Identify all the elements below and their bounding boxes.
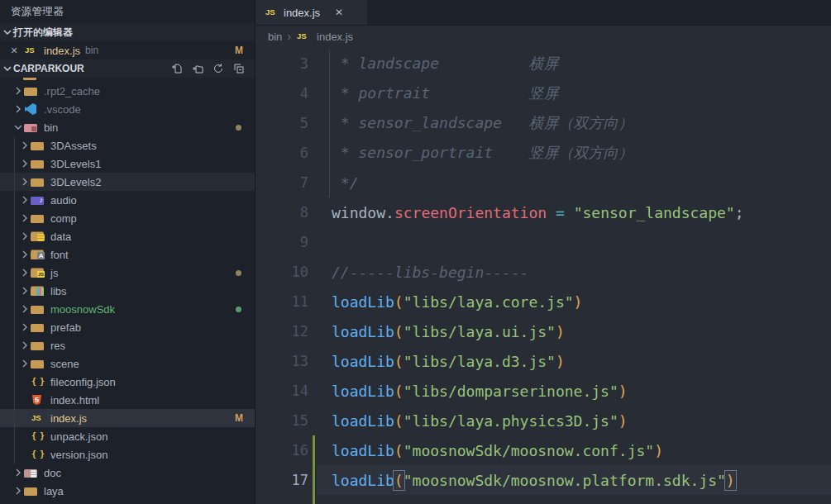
chevron-right-icon[interactable]	[18, 287, 31, 295]
code-line-15[interactable]: 15loadLib("libs/laya.physics3D.js")	[256, 406, 831, 435]
tree-item-label: prefab	[50, 321, 81, 334]
tree-item-doc[interactable]: doc	[0, 464, 255, 482]
code-line-7[interactable]: 7 */	[256, 168, 831, 197]
code-line-4[interactable]: 4 * portrait 竖屏	[256, 78, 831, 108]
chevron-right-icon[interactable]	[18, 359, 31, 368]
code-line-text: * portrait 竖屏	[308, 83, 558, 103]
tree-item-.vscode[interactable]: .vscode	[0, 100, 255, 118]
tree-item-label: bin	[44, 121, 58, 134]
chevron-right-icon[interactable]	[18, 341, 31, 349]
code-line-18[interactable]: 18//-----libs-end-----	[256, 495, 831, 504]
line-number: 7	[256, 174, 308, 191]
code-editor[interactable]: 3 * landscape 横屏4 * portrait 竖屏5 * senso…	[256, 47, 831, 504]
tree-item-moosnowsdk[interactable]: moosnowSdk	[0, 300, 255, 318]
tree-item-3dlevels2[interactable]: 3DLevels2	[0, 173, 255, 191]
tree-item-comp[interactable]: comp	[0, 209, 255, 227]
git-status-dot	[236, 125, 241, 131]
tree-item-bin[interactable]: bin	[0, 118, 255, 136]
tree-item-label: .vscode	[44, 103, 81, 116]
chevron-right-icon[interactable]	[12, 87, 24, 95]
tree-item-font[interactable]: font	[0, 245, 255, 264]
git-modified-badge: M	[235, 412, 255, 424]
tree-item-index.html[interactable]: index.html	[0, 391, 255, 409]
line-number: 10	[256, 264, 308, 280]
tree-item-prefab[interactable]: prefab	[0, 318, 255, 336]
tree-item-label: comp	[50, 212, 77, 225]
tree-item-audio[interactable]: audio	[0, 191, 255, 209]
close-icon[interactable]: ✕	[7, 45, 21, 56]
folder-font-icon	[31, 249, 45, 260]
breadcrumb-folder[interactable]: bin	[268, 31, 282, 43]
new-file-button[interactable]	[170, 62, 184, 75]
open-editors-header[interactable]: 打开的编辑器	[0, 23, 255, 41]
chevron-right-icon[interactable]	[18, 269, 31, 277]
folder-data-icon	[31, 231, 45, 242]
code-line-14[interactable]: 14loadLib("libs/domparserinone.js")	[256, 376, 831, 406]
chevron-right-icon[interactable]	[18, 196, 31, 204]
chevron-right-icon[interactable]	[18, 159, 31, 168]
folder-bin-icon	[24, 121, 38, 133]
tree-item-laya[interactable]: laya	[0, 482, 255, 500]
code-line-6[interactable]: 6 * sensor_portrait 竖屏（双方向）	[256, 138, 831, 168]
code-line-5[interactable]: 5 * sensor_landscape 横屏（双方向）	[256, 108, 831, 138]
code-line-3[interactable]: 3 * landscape 横屏	[256, 49, 831, 78]
indent-guide	[329, 78, 330, 108]
code-line-text: * sensor_landscape 横屏（双方向）	[308, 113, 633, 133]
tree-item-3dlevels1[interactable]: 3DLevels1	[0, 155, 255, 173]
indent-guide	[329, 138, 330, 168]
tree-item-unpack.json[interactable]: unpack.json	[0, 427, 255, 445]
new-folder-button[interactable]	[191, 62, 204, 75]
code-line-11[interactable]: 11loadLib("libs/laya.core.js")	[256, 287, 831, 316]
chevron-down-icon[interactable]	[12, 123, 24, 131]
chevron-right-icon[interactable]	[12, 468, 24, 477]
tree-item-.rpt2_cache[interactable]: .rpt2_cache	[0, 82, 255, 100]
tree-item-libs[interactable]: libs	[0, 282, 255, 300]
tree-item-js[interactable]: js	[0, 264, 255, 282]
breadcrumb: bin › index.js	[256, 26, 831, 47]
chevron-right-icon[interactable]	[18, 250, 31, 259]
code-line-17[interactable]: 17loadLib("moosnowSdk/moosnow.platform.s…	[256, 465, 831, 495]
breadcrumb-file[interactable]: index.js	[317, 31, 353, 43]
vscode-icon	[24, 103, 38, 115]
refresh-button[interactable]	[212, 62, 225, 75]
tree-item-version.json[interactable]: version.json	[0, 445, 255, 464]
tab-index-js[interactable]: index.js ✕	[256, 0, 367, 25]
chevron-right-icon[interactable]	[18, 141, 31, 150]
code-line-8[interactable]: 8window.screenOrientation = "sensor_land…	[256, 197, 831, 227]
tree-item-label: js	[50, 267, 58, 279]
open-editor-item[interactable]: ✕ index.js bin M	[0, 41, 255, 59]
tree-item-scene[interactable]: scene	[0, 354, 255, 373]
explorer-title: 资源管理器	[0, 0, 255, 23]
chevron-right-icon[interactable]	[18, 178, 31, 186]
git-status-dot	[236, 270, 241, 276]
tab-close-icon[interactable]: ✕	[332, 5, 346, 20]
json-icon	[31, 376, 45, 388]
chevron-right-icon[interactable]	[18, 305, 31, 313]
code-line-16[interactable]: 16loadLib("moosnowSdk/moosnow.conf.js")	[256, 435, 831, 465]
chevron-right-icon[interactable]	[18, 232, 31, 240]
tree-item-data[interactable]: data	[0, 227, 255, 245]
folder-icon	[31, 340, 45, 351]
tree-item-index.js[interactable]: index.jsM	[0, 409, 255, 427]
folder-icon	[31, 321, 45, 333]
tree-item-res[interactable]: res	[0, 336, 255, 354]
collapse-all-button[interactable]	[232, 62, 246, 75]
code-line-12[interactable]: 12loadLib("libs/laya.ui.js")	[256, 316, 831, 346]
code-line-9[interactable]: 9	[256, 227, 831, 257]
tree-item-fileconfig.json[interactable]: fileconfig.json	[0, 373, 255, 391]
jsfile-icon	[31, 412, 45, 424]
tree-item-label: libs	[50, 285, 67, 297]
chevron-right-icon[interactable]	[18, 214, 31, 222]
code-line-text: loadLib("libs/domparserinone.js")	[308, 383, 628, 400]
project-section-header[interactable]: CARPARKOUR	[0, 59, 255, 78]
code-line-13[interactable]: 13loadLib("libs/laya.d3.js")	[256, 346, 831, 376]
code-line-text: loadLib("libs/laya.core.js")	[308, 293, 582, 311]
chevron-right-icon[interactable]	[12, 487, 24, 495]
code-line-10[interactable]: 10//-----libs-begin-----	[256, 257, 831, 287]
chevron-down-icon	[3, 64, 12, 73]
editor-area: index.js ✕ bin › index.js 3 * landscape …	[255, 0, 831, 504]
tree-item-3dassets[interactable]: 3DAssets	[0, 136, 255, 155]
chevron-right-icon[interactable]	[18, 323, 31, 331]
line-number: 11	[256, 293, 308, 310]
chevron-right-icon[interactable]	[12, 105, 24, 113]
